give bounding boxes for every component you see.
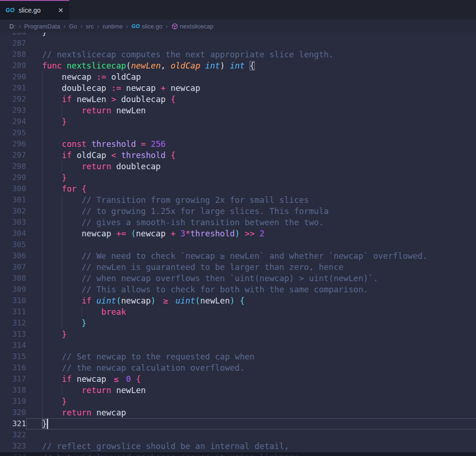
- tab-slice-go[interactable]: GO slice.go ✕: [0, 0, 69, 20]
- code-text[interactable]: return newLen: [26, 385, 476, 396]
- code-text[interactable]: if newcap ≤ 0 {: [26, 373, 476, 385]
- line-number[interactable]: 295: [0, 127, 26, 138]
- code-line[interactable]: 321}: [0, 418, 476, 429]
- code-text[interactable]: return doublecap: [26, 161, 476, 172]
- line-number[interactable]: 296: [0, 138, 26, 150]
- line-number[interactable]: 319: [0, 396, 26, 407]
- code-text[interactable]: [26, 38, 476, 49]
- code-text[interactable]: // the newcap calculation overflowed.: [26, 362, 476, 373]
- code-text[interactable]: newcap += (newcap + 3*threshold) >> 2: [26, 228, 476, 239]
- code-text[interactable]: // We need to check `newcap ≥ newLen` an…: [26, 250, 476, 262]
- code-line[interactable]: 317if newcap ≤ 0 {: [0, 373, 476, 385]
- code-line[interactable]: 294}: [0, 116, 476, 127]
- code-text[interactable]: func nextslicecap(newLen, oldCap int) in…: [26, 60, 476, 71]
- code-line[interactable]: 314: [0, 340, 476, 351]
- code-line[interactable]: 315// Set newcap to the requested cap wh…: [0, 351, 476, 362]
- code-line[interactable]: 307// newLen is guaranteed to be larger …: [0, 262, 476, 273]
- code-line[interactable]: 288// nextslicecap computes the next app…: [0, 49, 476, 60]
- code-line[interactable]: 295: [0, 127, 476, 138]
- code-line[interactable]: 312}: [0, 318, 476, 329]
- breadcrumb-item-go[interactable]: Go: [69, 23, 77, 30]
- code-line[interactable]: 304newcap += (newcap + 3*threshold) >> 2: [0, 228, 476, 239]
- code-line[interactable]: 297if oldCap < threshold {: [0, 150, 476, 161]
- code-line[interactable]: 298return doublecap: [0, 161, 476, 172]
- code-text[interactable]: }: [26, 116, 476, 127]
- line-number[interactable]: 323: [0, 441, 26, 452]
- code-text[interactable]: const threshold = 256: [26, 138, 476, 150]
- line-number[interactable]: 286: [0, 33, 26, 38]
- code-line[interactable]: 311break: [0, 306, 476, 318]
- code-text[interactable]: // Transition from growing 2x for small …: [26, 194, 476, 206]
- line-number[interactable]: 297: [0, 150, 26, 161]
- code-line[interactable]: 289func nextslicecap(newLen, oldCap int)…: [0, 60, 476, 71]
- code-text[interactable]: for {: [26, 183, 476, 194]
- code-line[interactable]: 305: [0, 239, 476, 250]
- line-number[interactable]: 306: [0, 250, 26, 262]
- code-text[interactable]: [26, 127, 476, 138]
- line-number[interactable]: 299: [0, 172, 26, 183]
- code-text[interactable]: }: [26, 172, 476, 183]
- line-number[interactable]: 293: [0, 105, 26, 116]
- code-text[interactable]: }: [26, 329, 476, 340]
- breadcrumb-item-nextslicecap[interactable]: nextslicecap: [171, 23, 214, 30]
- code-line[interactable]: 293return newLen: [0, 105, 476, 116]
- editor-pane[interactable]: 286}287288// nextslicecap computes the n…: [0, 33, 476, 456]
- code-text[interactable]: [26, 429, 476, 441]
- breadcrumb-item-src[interactable]: src: [86, 23, 94, 30]
- line-number[interactable]: 315: [0, 351, 26, 362]
- line-number[interactable]: 324: [0, 452, 26, 456]
- line-number[interactable]: 321: [0, 418, 26, 429]
- line-number[interactable]: 292: [0, 94, 26, 105]
- line-number[interactable]: 317: [0, 373, 26, 385]
- code-text[interactable]: break: [26, 306, 476, 318]
- breadcrumb-item-runtime[interactable]: runtime: [103, 23, 123, 30]
- line-number[interactable]: 304: [0, 228, 26, 239]
- code-line[interactable]: 313}: [0, 329, 476, 340]
- code-line[interactable]: 292if newLen > doublecap {: [0, 94, 476, 105]
- code-line[interactable]: 316// the newcap calculation overflowed.: [0, 362, 476, 373]
- line-number[interactable]: 303: [0, 217, 26, 228]
- code-line[interactable]: 322: [0, 429, 476, 441]
- line-number[interactable]: 311: [0, 306, 26, 318]
- code-text[interactable]: // newLen is guaranteed to be larger tha…: [26, 262, 476, 273]
- line-number[interactable]: 314: [0, 340, 26, 351]
- code-line[interactable]: 320return newcap: [0, 407, 476, 418]
- tab-close-icon[interactable]: ✕: [58, 7, 63, 14]
- code-text[interactable]: }: [26, 418, 476, 429]
- code-line[interactable]: 287: [0, 38, 476, 49]
- code-text[interactable]: // reflect_growslice should be an intern…: [26, 441, 476, 452]
- code-line[interactable]: 306// We need to check `newcap ≥ newLen`…: [0, 250, 476, 262]
- line-number[interactable]: 294: [0, 116, 26, 127]
- code-line[interactable]: 308// when newcap overflows then `uint(n…: [0, 273, 476, 284]
- code-line[interactable]: 290newcap := oldCap: [0, 71, 476, 83]
- code-line[interactable]: 300for {: [0, 183, 476, 194]
- code-line[interactable]: 301// Transition from growing 2x for sma…: [0, 194, 476, 206]
- line-number[interactable]: 305: [0, 239, 26, 250]
- line-number[interactable]: 301: [0, 194, 26, 206]
- code-text[interactable]: // when newcap overflows then `uint(newc…: [26, 273, 476, 284]
- code-line[interactable]: 296const threshold = 256: [0, 138, 476, 150]
- line-number[interactable]: 288: [0, 49, 26, 60]
- line-number[interactable]: 309: [0, 284, 26, 295]
- line-number[interactable]: 289: [0, 60, 26, 71]
- breadcrumb-item-slice-go[interactable]: GOslice.go: [132, 23, 162, 30]
- code-text[interactable]: }: [26, 318, 476, 329]
- code-text[interactable]: doublecap := newcap + newcap: [26, 83, 476, 94]
- code-text[interactable]: return newLen: [26, 105, 476, 116]
- code-text[interactable]: [26, 239, 476, 250]
- line-number[interactable]: 322: [0, 429, 26, 441]
- line-number[interactable]: 312: [0, 318, 26, 329]
- line-number[interactable]: 302: [0, 206, 26, 217]
- code-text[interactable]: [26, 340, 476, 351]
- code-line[interactable]: 303// gives a smooth-ish transition betw…: [0, 217, 476, 228]
- code-line[interactable]: 286}: [0, 33, 476, 38]
- line-number[interactable]: 316: [0, 362, 26, 373]
- code-text[interactable]: }: [26, 33, 476, 38]
- code-text[interactable]: // to growing 1.25x for large slices. Th…: [26, 206, 476, 217]
- code-line[interactable]: 302// to growing 1.25x for large slices.…: [0, 206, 476, 217]
- code-line[interactable]: 318return newLen: [0, 385, 476, 396]
- code-text[interactable]: // This allows to check for both with th…: [26, 284, 476, 295]
- code-text[interactable]: }: [26, 396, 476, 407]
- line-number[interactable]: 298: [0, 161, 26, 172]
- line-number[interactable]: 308: [0, 273, 26, 284]
